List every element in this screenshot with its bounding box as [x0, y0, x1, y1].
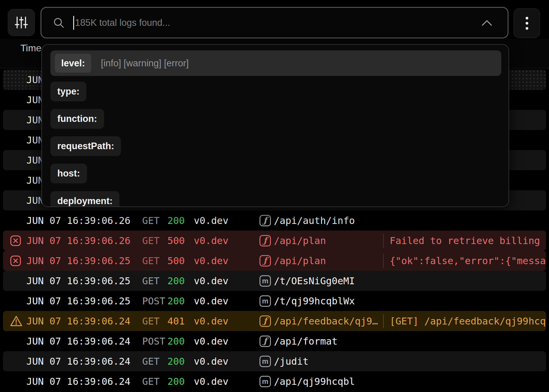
suggestion-item-type[interactable]: type: [50, 82, 86, 101]
log-path: /api/auth/info [274, 215, 355, 226]
suggestion-hint: [info] [warning] [error] [101, 58, 189, 69]
middleware-icon: m [260, 295, 271, 307]
log-method: POST [142, 295, 165, 307]
error-icon [10, 235, 22, 247]
log-method: GET [142, 376, 160, 387]
more-options-button[interactable] [514, 8, 540, 38]
log-method: GET [142, 315, 160, 327]
log-status: 200 [167, 336, 185, 347]
search-icon [53, 17, 65, 29]
filter-button[interactable] [8, 9, 35, 36]
log-row[interactable]: JUN 07 16:39:06.24 GET 200 v0.dev m /api… [3, 371, 546, 391]
log-host: v0.dev [194, 275, 229, 287]
function-icon: ƒ [260, 336, 271, 347]
log-path: /api/plan [274, 235, 326, 246]
log-status: 200 [167, 275, 185, 287]
log-status: 200 [167, 356, 185, 367]
log-time: JUN 07 16:39:06.24 [26, 356, 130, 367]
log-method: GET [142, 235, 160, 246]
log-path: /api/feedback/qj9… [274, 315, 378, 327]
middleware-icon: m [260, 376, 271, 387]
log-method: POST [142, 336, 165, 347]
log-time: JUN 07 16:39:06.25 [26, 295, 130, 307]
chevron-up-icon[interactable] [481, 19, 493, 27]
log-message: [GET] /api/feedback/qj99hcq [383, 314, 546, 328]
sliders-icon [14, 16, 28, 29]
kebab-menu-icon [526, 17, 528, 30]
log-path: /api/plan [274, 255, 326, 267]
log-row[interactable]: JUN 07 16:39:06.26 GET 500 v0.dev ƒ /api… [3, 231, 546, 251]
log-host: v0.dev [194, 336, 229, 347]
suggestion-key: level: [55, 54, 91, 73]
log-host: v0.dev [194, 315, 229, 327]
warning-icon [10, 315, 23, 327]
log-status: 200 [167, 215, 185, 226]
text-cursor [73, 16, 74, 30]
log-status: 500 [167, 235, 185, 246]
log-time: JUN 07 16:39:06.26 [26, 215, 130, 226]
search-placeholder: 185K total logs found... [75, 17, 170, 28]
log-row[interactable]: JUN 07 16:39:06.25 GET 200 v0.dev m /t/O… [3, 271, 546, 291]
log-row[interactable]: JUN 07 16:39:06.24 GET 200 v0.dev m /jud… [3, 351, 546, 371]
log-host: v0.dev [194, 295, 229, 307]
middleware-icon: m [260, 356, 271, 367]
function-icon: ƒ [260, 235, 271, 246]
log-host: v0.dev [194, 235, 229, 246]
log-status: 200 [167, 295, 185, 307]
middleware-icon: m [260, 275, 271, 287]
logs-screen: 185K total logs found... Time JUN JUN JU… [0, 0, 549, 392]
log-row[interactable]: JUN 07 16:39:06.25 POST 200 v0.dev m /t/… [3, 291, 546, 311]
log-path: /t/qj99hcqblWx [274, 295, 355, 307]
log-time: JUN 07 16:39:06.25 [26, 255, 130, 267]
log-time: JUN 07 16:39:06.24 [26, 336, 130, 347]
filter-suggestions-dropdown: level: [info] [warning] [error] type: fu… [41, 44, 509, 207]
log-host: v0.dev [194, 215, 229, 226]
log-message: {"ok":false,"error":{"messa [383, 254, 546, 268]
log-host: v0.dev [194, 356, 229, 367]
log-method: GET [142, 356, 160, 367]
suggestion-item-level[interactable]: level: [info] [warning] [error] [50, 50, 501, 76]
log-path: /t/OEsNiGg0eMI [274, 275, 355, 287]
error-icon [10, 255, 22, 267]
log-status: 200 [167, 376, 185, 387]
log-time: JUN 07 16:39:06.24 [26, 376, 130, 387]
suggestion-item-deployment[interactable]: deployment: [50, 191, 119, 207]
time-column-header: Time [20, 43, 41, 54]
log-row[interactable]: JUN 07 16:39:06.25 GET 500 v0.dev ƒ /api… [3, 251, 546, 271]
log-time: JUN 07 16:39:06.26 [26, 235, 130, 246]
suggestion-item-function[interactable]: function: [50, 109, 104, 129]
log-message: Failed to retrieve billing [383, 234, 546, 248]
log-method: GET [142, 255, 160, 267]
function-icon: ƒ [260, 215, 271, 226]
log-method: GET [142, 275, 160, 287]
log-time: JUN 07 16:39:06.24 [26, 315, 130, 327]
suggestion-item-requestpath[interactable]: requestPath: [50, 136, 121, 156]
log-host: v0.dev [194, 255, 229, 267]
log-time: JUN 07 16:39:06.25 [26, 275, 130, 287]
log-status: 401 [167, 315, 185, 327]
log-path: /api/qj99hcqbl [274, 376, 355, 387]
log-row[interactable]: JUN 07 16:39:06.24 POST 200 v0.dev ƒ /ap… [3, 331, 546, 351]
log-method: GET [142, 215, 160, 226]
log-row[interactable]: JUN 07 16:39:06.26 GET 200 v0.dev ƒ /api… [3, 210, 546, 231]
function-icon: ƒ [260, 255, 271, 267]
suggestion-item-host[interactable]: host: [50, 164, 87, 183]
log-path: /api/format [274, 336, 338, 347]
log-path: /judit [274, 356, 309, 367]
log-host: v0.dev [194, 376, 229, 387]
search-input[interactable]: 185K total logs found... [40, 7, 508, 38]
log-status: 500 [167, 255, 185, 267]
function-icon: ƒ [260, 315, 271, 327]
log-row[interactable]: JUN 07 16:39:06.24 GET 401 v0.dev ƒ /api… [3, 311, 546, 331]
